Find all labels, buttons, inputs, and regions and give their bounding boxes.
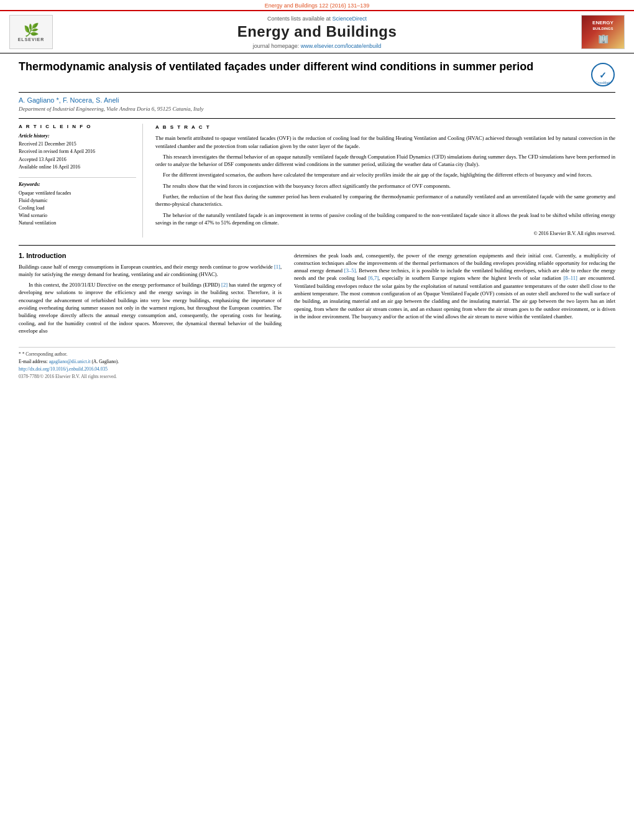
keyword-4: Wind scenario	[19, 212, 136, 219]
where-text: where	[467, 275, 480, 281]
sciencedirect-link[interactable]: ScienceDirect	[333, 16, 367, 22]
footnote-email-line: E-mail address: agagliano@dii.unict.it (…	[19, 359, 615, 364]
abstract-para2: This research investigates the thermal b…	[155, 153, 615, 168]
intro-left-col: 1. Introduction Buildings cause half of …	[19, 252, 282, 338]
journal-logo-building-icon: 🏢	[598, 33, 609, 44]
contents-available-line: Contents lists available at ScienceDirec…	[267, 16, 367, 22]
elsevier-brand-label: ELSEVIER	[18, 37, 45, 42]
journal-logo-box: ENERGY BUILDINGS 🏢	[581, 15, 625, 49]
abstract-para1: The main benefit attributed to opaque ve…	[155, 134, 615, 150]
keyword-1: Opaque ventilated facades	[19, 190, 136, 197]
intro-right-col: determines the peak loads and, consequen…	[294, 252, 615, 338]
abstract-para3: For the different investigated scenarios…	[155, 171, 615, 178]
homepage-line: journal homepage: www.elsevier.com/locat…	[253, 43, 382, 49]
intro-para1: Buildings cause half of energy consumpti…	[19, 263, 282, 279]
available-date: Available online 16 April 2016	[19, 164, 136, 170]
ref-3-5-link[interactable]: [3–5]	[344, 267, 356, 274]
abstract-heading: A B S T R A C T	[155, 124, 615, 131]
intro-body-right: determines the peak loads and, consequen…	[294, 252, 615, 321]
abstract-para4: The results show that the wind forces in…	[155, 182, 615, 190]
intro-section-title: 1. Introduction	[19, 252, 282, 259]
email-link[interactable]: agagliano@dii.unict.it	[49, 359, 91, 364]
email-label: E-mail address:	[19, 359, 48, 364]
received-revised-date: Received in revised form 4 April 2016	[19, 149, 136, 155]
contents-text: Contents lists available at	[267, 16, 331, 22]
introduction-section: 1. Introduction Buildings cause half of …	[19, 252, 615, 338]
journal-ref-bar: Energy and Buildings 122 (2016) 131–139	[0, 0, 634, 11]
abstract-para6: The behavior of the naturally ventilated…	[155, 211, 615, 227]
homepage-label: journal homepage:	[253, 43, 300, 49]
accepted-date: Accepted 13 April 2016	[19, 157, 136, 163]
keyword-2: Fluid dynamic	[19, 197, 136, 205]
journal-ref-text: Energy and Buildings 122 (2016) 131–139	[265, 2, 370, 9]
title-section: Thermodynamic analysis of ventilated faç…	[19, 60, 615, 93]
journal-header-center: Contents lists available at ScienceDirec…	[61, 15, 573, 49]
intro-para2: In this context, the 2010/31/EU Directiv…	[19, 281, 282, 335]
elsevier-tree-icon: 🌿	[24, 22, 39, 37]
page-footer: * * Corresponding author. E-mail address…	[19, 347, 615, 379]
homepage-url[interactable]: www.elsevier.com/locate/enbuild	[301, 43, 382, 49]
intro-right-para1: determines the peak loads and, consequen…	[294, 252, 615, 321]
authors-line: A. Gagliano *, F. Nocera, S. Aneli	[19, 96, 615, 104]
article-title: Thermodynamic analysis of ventilated faç…	[19, 60, 584, 74]
ref-2-link[interactable]: [2]	[221, 282, 227, 288]
journal-header: 🌿 ELSEVIER Contents lists available at S…	[0, 11, 634, 53]
keyword-3: Cooling load	[19, 205, 136, 212]
ref-8-11-link[interactable]: [8–11]	[563, 275, 577, 281]
keywords-section: Keywords: Opaque ventilated facades Flui…	[19, 177, 136, 227]
abstract-text: The main benefit attributed to opaque ve…	[155, 134, 615, 226]
section-divider	[19, 245, 615, 246]
footnote-star-line: * * Corresponding author.	[19, 351, 615, 357]
affiliation-line: Department of Industrial Engineering, Vi…	[19, 106, 615, 112]
article-info-col: A R T I C L E I N F O Article history: R…	[19, 124, 143, 238]
keywords-label: Keywords:	[19, 182, 136, 187]
ref-6-7-link[interactable]: [6,7]	[369, 275, 379, 281]
article-info-heading: A R T I C L E I N F O	[19, 124, 136, 129]
abstract-para5: Further, the reduction of the heat flux …	[155, 193, 615, 208]
article-history-label: Article history:	[19, 133, 136, 139]
received-date: Received 21 December 2015	[19, 141, 136, 147]
article-info-abstract: A R T I C L E I N F O Article history: R…	[19, 118, 615, 238]
ref-1-link[interactable]: [1]	[274, 264, 280, 270]
journal-logo-buildings: BUILDINGS	[593, 27, 613, 32]
footnote-star: *	[19, 351, 21, 357]
elsevier-logo: 🌿 ELSEVIER	[6, 15, 56, 49]
elsevier-logo-box: 🌿 ELSEVIER	[9, 15, 53, 49]
journal-title: Energy and Buildings	[237, 23, 397, 40]
article-content: Thermodynamic analysis of ventilated faç…	[0, 53, 634, 385]
journal-logo: ENERGY BUILDINGS 🏢	[578, 15, 628, 49]
abstract-col: A B S T R A C T The main benefit attribu…	[155, 124, 615, 238]
email-suffix: (A. Gagliano).	[92, 359, 119, 364]
issn-line: 0378-7788/© 2016 Elsevier B.V. All right…	[19, 374, 615, 379]
keyword-5: Natural ventilation	[19, 219, 136, 227]
footnote-corresponding: * Corresponding author.	[22, 351, 68, 357]
doi-link[interactable]: http://dx.doi.org/10.1016/j.enbuild.2016…	[19, 366, 108, 372]
copyright-line: © 2016 Elsevier B.V. All rights reserved…	[155, 230, 615, 237]
doi-line[interactable]: http://dx.doi.org/10.1016/j.enbuild.2016…	[19, 366, 615, 372]
intro-body-left: Buildings cause half of energy consumpti…	[19, 263, 282, 335]
svg-text:CrossMark: CrossMark	[595, 81, 611, 85]
svg-text:✓: ✓	[599, 70, 607, 80]
journal-logo-top: ENERGY	[592, 20, 613, 26]
crossmark-icon: ✓ CrossMark	[590, 62, 615, 87]
